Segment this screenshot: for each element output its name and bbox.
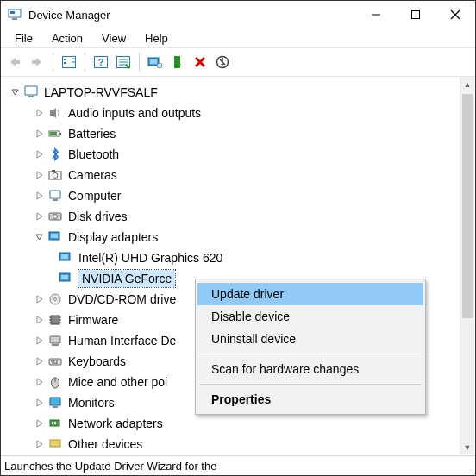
help-button[interactable]: ? [91,52,111,72]
disk-icon [47,209,63,224]
svg-rect-40 [51,234,58,238]
expand-icon[interactable] [34,397,46,409]
properties-button[interactable] [113,52,134,72]
uninstall-device-button[interactable] [212,52,233,72]
svg-line-5 [451,10,460,19]
toolbar-separator [53,53,53,72]
network-icon [47,416,63,431]
tree-item-label: NVIDIA GeForce [78,270,175,287]
svg-rect-11 [64,62,66,64]
expand-icon[interactable] [34,293,46,305]
svg-point-33 [53,173,58,178]
tree-item-label: Human Interface De [68,334,176,348]
close-button[interactable] [435,1,475,28]
tree-item-cameras[interactable]: Cameras [6,165,475,185]
tree-item-label: Network adapters [68,416,163,430]
battery-icon [47,126,63,141]
svg-rect-67 [54,422,56,424]
cm-disable-device[interactable]: Disable device [197,305,423,328]
tree-item-display[interactable]: Display adapters [6,227,475,247]
status-text: Launches the Update Driver Wizard for th… [4,460,216,473]
expand-icon[interactable] [34,314,46,326]
svg-point-38 [53,215,58,219]
cm-update-driver[interactable]: Update driver [197,283,423,305]
statusbar: Launches the Update Driver Wizard for th… [1,455,475,475]
disc-icon [47,291,63,307]
update-driver-button[interactable] [145,52,166,72]
nav-forward-button[interactable] [27,52,47,72]
svg-rect-47 [51,316,60,324]
bluetooth-icon [47,147,63,162]
tree-item-label: Firmware [68,313,118,327]
expand-icon[interactable] [34,169,46,181]
scroll-up-arrow[interactable]: ▲ [460,77,474,91]
cm-separator [199,384,422,385]
context-menu: Update driver Disable device Uninstall d… [195,279,426,415]
enable-device-button[interactable] [167,52,188,72]
tree-item-computer[interactable]: Computer [6,185,475,206]
tree-item-intel-graphics[interactable]: Intel(R) UHD Graphics 620 [6,247,475,268]
menu-help[interactable]: Help [136,30,177,47]
expand-icon[interactable] [34,190,46,202]
speaker-icon [47,105,63,121]
cm-scan-hardware[interactable]: Scan for hardware changes [197,358,423,380]
cm-uninstall-device[interactable]: Uninstall device [197,328,423,350]
tree-item-other[interactable]: Other devices [6,434,475,454]
tree-item-label: Other devices [68,437,142,451]
expand-icon[interactable] [34,148,46,160]
expand-icon[interactable] [34,335,46,347]
expand-icon[interactable] [34,355,46,367]
nav-back-button[interactable] [4,52,25,72]
tree-item-label: Keyboards [68,354,126,368]
menu-file[interactable]: File [6,30,41,47]
tree-item-label: Display adapters [68,230,158,244]
collapse-icon[interactable] [9,86,22,98]
vertical-scrollbar[interactable]: ▲ ▼ [460,77,474,454]
other-icon [47,436,63,452]
tree-item-bluetooth[interactable]: Bluetooth [6,144,475,165]
computer-icon [47,188,63,204]
window-controls [356,1,475,28]
svg-rect-64 [53,406,58,408]
svg-line-6 [451,10,460,19]
collapse-icon[interactable] [34,231,46,243]
expand-icon[interactable] [34,376,46,388]
minimize-button[interactable] [356,1,396,28]
menu-action[interactable]: Action [43,30,91,47]
svg-rect-28 [28,96,34,97]
maximize-button[interactable] [396,1,435,28]
display-icon [58,250,73,266]
svg-text:?: ? [98,57,104,67]
menubar: File Action View Help [1,28,475,47]
svg-rect-21 [150,60,157,64]
expand-icon[interactable] [34,438,46,450]
chip-icon [47,312,63,328]
cm-separator [199,354,422,354]
expand-icon[interactable] [34,107,46,119]
expand-icon[interactable] [34,417,46,429]
scroll-down-arrow[interactable]: ▼ [460,440,474,454]
tree-item-label: Cameras [68,168,117,182]
expand-icon[interactable] [34,210,46,222]
svg-rect-54 [50,336,60,343]
svg-rect-10 [64,59,66,60]
svg-rect-35 [50,191,60,198]
svg-rect-2 [12,18,17,20]
tree-item-disk[interactable]: Disk drives [6,206,475,227]
cm-properties[interactable]: Properties [197,388,423,410]
mouse-icon [47,374,63,390]
expand-icon[interactable] [34,128,46,140]
tree-item-network[interactable]: Network adapters [6,413,475,434]
svg-rect-58 [53,360,55,362]
tree-item-label: Audio inputs and outputs [68,106,201,120]
titlebar: Device Manager [1,1,475,28]
svg-rect-55 [52,344,59,346]
svg-rect-27 [25,86,37,95]
tree-root[interactable]: LAPTOP-RVVFSALF [6,82,475,103]
tree-item-audio[interactable]: Audio inputs and outputs [6,103,475,123]
scroll-thumb[interactable] [462,94,473,318]
disable-device-button[interactable] [190,52,210,72]
tree-item-batteries[interactable]: Batteries [6,123,475,144]
menu-view[interactable]: View [93,30,135,47]
show-hide-tree-button[interactable] [59,52,79,72]
